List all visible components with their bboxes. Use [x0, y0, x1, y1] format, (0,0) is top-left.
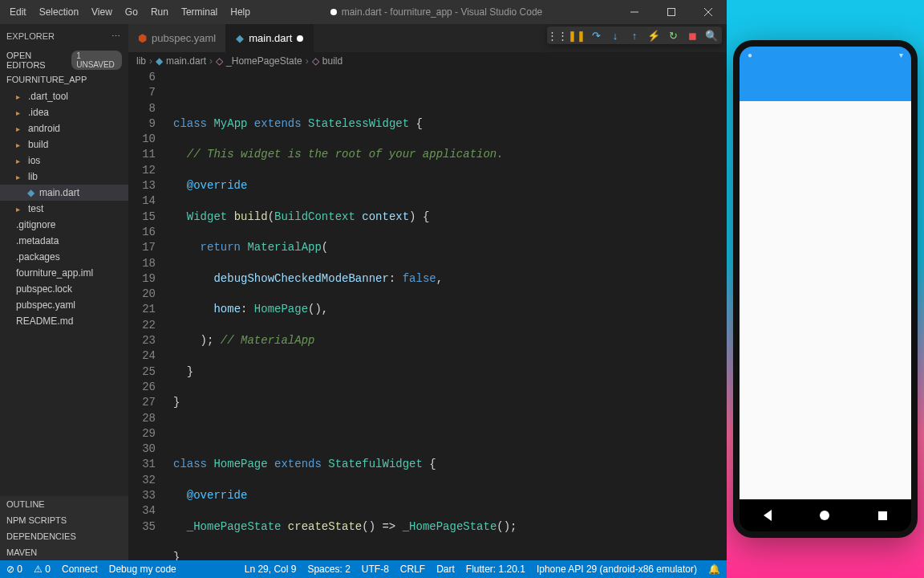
file-pubspec-lock[interactable]: pubspec.lock	[0, 281, 128, 297]
phone-frame: ● ▾	[733, 40, 918, 538]
stop-icon[interactable]: ◼	[687, 30, 698, 41]
breadcrumb[interactable]: lib› ◆main.dart› ◇_HomePageState› ◇build	[128, 52, 727, 70]
maximize-button[interactable]	[653, 0, 690, 24]
nav-recent-icon[interactable]	[878, 511, 887, 520]
editor-area: ⬢ pubspec.yaml ◆ main.dart ⋮⋮ ❚❚ ↷ ↓ ↑ ⚡…	[128, 24, 727, 560]
menu-view[interactable]: View	[85, 3, 119, 21]
status-flutter[interactable]: Flutter: 1.20.1	[466, 564, 525, 575]
svg-rect-1	[668, 9, 675, 16]
status-spaces[interactable]: Spaces: 2	[307, 564, 350, 575]
line-gutter: 6789101112131415161718192021222324252627…	[128, 70, 167, 560]
more-icon[interactable]: ⋯	[111, 31, 122, 42]
open-editors-section[interactable]: OPEN EDITORS 1 UNSAVED	[0, 48, 128, 72]
status-errors[interactable]: ⊘ 0	[6, 564, 22, 575]
status-encoding[interactable]: UTF-8	[362, 564, 389, 575]
menubar: Edit Selection View Go Run Terminal Help	[0, 3, 257, 21]
menu-terminal[interactable]: Terminal	[175, 3, 224, 21]
phone-statusbar: ● ▾	[740, 47, 911, 63]
class-icon: ◇	[216, 55, 223, 67]
status-warnings[interactable]: ⚠ 0	[34, 564, 51, 575]
file-iml[interactable]: fourniture_app.iml	[0, 265, 128, 281]
menu-edit[interactable]: Edit	[3, 3, 33, 21]
minimize-button[interactable]	[616, 0, 653, 24]
code-editor[interactable]: 6789101112131415161718192021222324252627…	[128, 70, 727, 560]
explorer-header: EXPLORER ⋯	[0, 24, 128, 48]
dependencies-section[interactable]: DEPENDENCIES	[0, 528, 128, 544]
restart-icon[interactable]: ↻	[667, 30, 679, 41]
status-cursor[interactable]: Ln 29, Col 9	[245, 564, 297, 575]
dirty-indicator-icon	[297, 35, 303, 42]
phone-navbar	[740, 499, 911, 531]
file-gitignore[interactable]: .gitignore	[0, 217, 128, 233]
file-pubspec-yaml[interactable]: pubspec.yaml	[0, 297, 128, 313]
dart-file-icon: ◆	[156, 55, 163, 67]
status-eol[interactable]: CRLF	[400, 564, 425, 575]
npm-scripts-section[interactable]: NPM SCRIPTS	[0, 512, 128, 528]
menu-help[interactable]: Help	[224, 3, 257, 21]
folder-build[interactable]: build	[0, 136, 128, 153]
editor-tabs: ⬢ pubspec.yaml ◆ main.dart ⋮⋮ ❚❚ ↷ ↓ ↑ ⚡…	[128, 24, 727, 52]
inspect-icon[interactable]: 🔍	[706, 30, 717, 41]
folder-ios[interactable]: ios	[0, 153, 128, 169]
step-out-icon[interactable]: ↑	[629, 30, 640, 41]
drag-handle-icon[interactable]: ⋮⋮	[552, 30, 563, 41]
folder-lib[interactable]: lib	[0, 169, 128, 185]
emulator-pane: ● ▾	[727, 0, 924, 578]
yaml-file-icon: ⬢	[138, 32, 147, 44]
folder-test[interactable]: test	[0, 201, 128, 217]
method-icon: ◇	[312, 55, 319, 67]
code-content[interactable]: class MyApp extends StatelessWidget { //…	[167, 70, 727, 560]
project-section[interactable]: FOURNITURE_APP	[0, 72, 128, 87]
status-debug[interactable]: Debug my code	[109, 564, 176, 575]
step-into-icon[interactable]: ↓	[610, 30, 621, 41]
file-main-dart[interactable]: ◆ main.dart	[0, 185, 128, 201]
window-title: main.dart - fourniture_app - Visual Stud…	[257, 6, 616, 18]
outline-section[interactable]: OUTLINE	[0, 496, 128, 512]
statusbar: ⊘ 0 ⚠ 0 Connect Debug my code Ln 29, Col…	[0, 560, 727, 578]
explorer-sidebar: EXPLORER ⋯ OPEN EDITORS 1 UNSAVED FOURNI…	[0, 24, 128, 560]
status-connect[interactable]: Connect	[62, 564, 98, 575]
file-tree: .dart_tool .idea android build ios lib ◆…	[0, 87, 128, 331]
close-button[interactable]	[690, 0, 727, 24]
nav-home-icon[interactable]	[820, 511, 829, 520]
menu-run[interactable]: Run	[144, 3, 175, 21]
file-readme[interactable]: README.md	[0, 313, 128, 329]
file-metadata[interactable]: .metadata	[0, 233, 128, 249]
unsaved-badge: 1 UNSAVED	[71, 51, 122, 70]
dart-file-icon: ◆	[236, 32, 244, 44]
status-lang[interactable]: Dart	[436, 564, 455, 575]
folder-idea[interactable]: .idea	[0, 104, 128, 120]
tab-pubspec[interactable]: ⬢ pubspec.yaml	[128, 24, 226, 52]
phone-appbar	[740, 63, 911, 101]
debug-toolbar[interactable]: ⋮⋮ ❚❚ ↷ ↓ ↑ ⚡ ↻ ◼ 🔍	[547, 26, 722, 44]
file-packages[interactable]: .packages	[0, 249, 128, 265]
maven-section[interactable]: MAVEN	[0, 544, 128, 560]
unsaved-dot-icon	[330, 9, 337, 15]
titlebar: Edit Selection View Go Run Terminal Help…	[0, 0, 727, 24]
menu-selection[interactable]: Selection	[33, 3, 85, 21]
tab-main-dart[interactable]: ◆ main.dart	[226, 24, 314, 52]
pause-icon[interactable]: ❚❚	[571, 30, 582, 41]
notification-bell-icon[interactable]: 🔔	[708, 564, 720, 575]
nav-back-icon[interactable]	[764, 510, 772, 521]
menu-go[interactable]: Go	[119, 3, 144, 21]
step-over-icon[interactable]: ↷	[590, 30, 602, 41]
phone-status-left-icon: ●	[748, 51, 752, 59]
phone-body	[740, 101, 911, 499]
phone-status-right-icon: ▾	[899, 51, 903, 59]
dart-file-icon: ◆	[27, 187, 34, 198]
folder-android[interactable]: android	[0, 120, 128, 136]
hot-reload-icon[interactable]: ⚡	[648, 30, 659, 41]
folder-dart-tool[interactable]: .dart_tool	[0, 88, 128, 104]
status-device[interactable]: Iphone API 29 (android-x86 emulator)	[537, 564, 697, 575]
